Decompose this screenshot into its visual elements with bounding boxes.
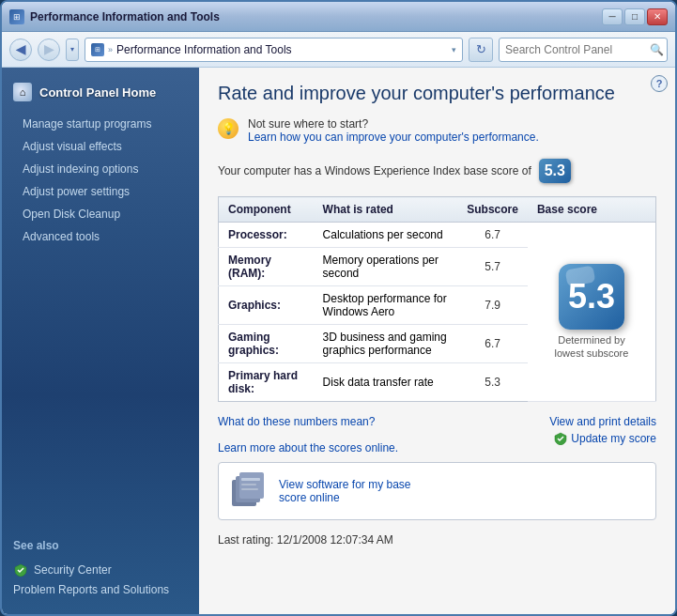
breadcrumb-arrows: » — [108, 45, 113, 54]
shield-icon — [13, 562, 28, 578]
help-button[interactable]: ? — [651, 75, 668, 92]
subscore-processor: 6.7 — [457, 223, 528, 248]
address-bar: ⊞ » Performance Information and Tools ▾ — [85, 38, 463, 62]
address-text: Performance Information and Tools — [116, 43, 448, 56]
history-dropdown[interactable]: ▾ — [66, 38, 79, 61]
tip-link[interactable]: Learn how you can improve your computer'… — [248, 131, 539, 144]
what-processor: Calculations per second — [314, 223, 458, 248]
svg-rect-3 — [241, 478, 260, 481]
comp-graphics: Graphics: — [228, 299, 281, 312]
links-right: View and print details Update my score — [549, 415, 656, 445]
tip-question: Not sure where to start? — [248, 117, 368, 131]
tip-icon: 💡 — [218, 118, 238, 139]
performance-table: Component What is rated Subscore Base sc… — [218, 196, 656, 402]
main-area: ⌂ Control Panel Home Manage startup prog… — [2, 68, 675, 614]
last-rating: Last rating: 12/1/2008 12:07:34 AM — [218, 533, 656, 547]
col-component: Component — [219, 197, 314, 223]
security-center-label: Security Center — [34, 563, 112, 577]
software-line2: score online — [279, 491, 340, 504]
search-icon[interactable]: 🔍 — [650, 43, 664, 56]
home-icon: ⌂ — [13, 83, 32, 101]
software-link[interactable]: View software for my base score online — [279, 478, 411, 504]
table-row: Processor: Calculations per second 6.7 5… — [219, 223, 656, 248]
sidebar-home-label: Control Panel Home — [39, 85, 156, 100]
subscore-graphics: 7.9 — [457, 286, 528, 325]
software-text: View software for my base score online — [279, 478, 411, 504]
col-basescore: Base score — [528, 197, 656, 223]
base-score-visual: 5.3 Determined by lowest subscore — [537, 256, 646, 368]
sidebar-item-advanced-tools[interactable]: Advanced tools — [2, 225, 199, 248]
comp-disk: Primary hard disk: — [228, 369, 298, 395]
subscore-disk: 5.3 — [457, 363, 528, 402]
problem-reports-label: Problem Reports and Solutions — [13, 583, 169, 596]
main-window: ⊞ Performance Information and Tools ─ □ … — [0, 0, 677, 616]
comp-processor: Processor: — [228, 228, 287, 241]
links-row: What do these numbers mean? Learn more a… — [218, 415, 656, 454]
refresh-button[interactable]: ↻ — [469, 38, 493, 62]
update-score-row: Update my score — [554, 432, 656, 445]
link-numbers-meaning[interactable]: What do these numbers mean? — [218, 415, 375, 428]
link-print-details[interactable]: View and print details — [549, 415, 656, 428]
base-score-text: Your computer has a Windows Experience I… — [218, 164, 531, 177]
window-icon: ⊞ — [9, 9, 24, 24]
nav-bar: ◀ ▶ ▾ ⊞ » Performance Information and To… — [2, 32, 675, 68]
base-score-row: Your computer has a Windows Experience I… — [218, 159, 656, 183]
sidebar-item-power-settings[interactable]: Adjust power settings — [2, 180, 199, 203]
minimize-button[interactable]: ─ — [602, 8, 623, 25]
link-scores-online[interactable]: Learn more about the scores online. — [218, 441, 398, 454]
sidebar-home[interactable]: ⌂ Control Panel Home — [2, 75, 199, 113]
search-input[interactable] — [505, 43, 646, 56]
tip-text: Not sure where to start? Learn how you c… — [248, 117, 539, 144]
software-line1: View software for my base — [279, 478, 411, 491]
base-score-visual-cell: 5.3 Determined by lowest subscore — [528, 223, 656, 402]
window-title: Performance Information and Tools — [30, 10, 220, 23]
maximize-button[interactable]: □ — [624, 8, 645, 25]
subscore-gaming: 6.7 — [457, 325, 528, 363]
software-box: View software for my base score online — [218, 462, 656, 520]
svg-rect-4 — [241, 484, 256, 485]
search-box: 🔍 — [499, 38, 668, 62]
sidebar-item-indexing[interactable]: Adjust indexing options — [2, 158, 199, 180]
close-button[interactable]: ✕ — [647, 8, 668, 25]
col-subscore: Subscore — [457, 197, 528, 223]
svg-rect-5 — [241, 488, 258, 490]
determined-text: Determined by lowest subscore — [545, 333, 639, 361]
big-score-badge: 5.3 — [559, 264, 624, 330]
table-header-row: Component What is rated Subscore Base sc… — [219, 197, 656, 223]
what-graphics: Desktop performance for Windows Aero — [314, 286, 458, 325]
title-bar-left: ⊞ Performance Information and Tools — [9, 9, 220, 24]
sidebar-item-security-center[interactable]: Security Center — [13, 560, 188, 580]
see-also-label: See also — [13, 539, 188, 552]
sidebar-see-also: See also Security Center Problem Reports… — [2, 531, 199, 607]
tip-row: 💡 Not sure where to start? Learn how you… — [218, 117, 656, 144]
back-button[interactable]: ◀ — [9, 38, 32, 61]
subscore-memory: 5.7 — [457, 248, 528, 286]
software-icon — [230, 472, 268, 510]
what-disk: Disk data transfer rate — [314, 363, 458, 402]
col-what: What is rated — [314, 197, 458, 223]
links-left: What do these numbers mean? Learn more a… — [218, 415, 398, 454]
sidebar-item-visual-effects[interactable]: Adjust visual effects — [2, 135, 199, 158]
sidebar-item-manage-startup[interactable]: Manage startup programs — [2, 113, 199, 135]
forward-button[interactable]: ▶ — [38, 38, 60, 61]
title-bar: ⊞ Performance Information and Tools ─ □ … — [2, 2, 675, 32]
link-update-score[interactable]: Update my score — [571, 432, 656, 445]
sidebar: ⌂ Control Panel Home Manage startup prog… — [2, 68, 199, 614]
page-title: Rate and improve your computer's perform… — [218, 83, 656, 104]
comp-gaming: Gaming graphics: — [228, 331, 279, 357]
comp-memory: Memory (RAM): — [228, 254, 271, 280]
content-area: ? Rate and improve your computer's perfo… — [199, 68, 675, 614]
update-shield-icon — [554, 432, 567, 445]
address-icon: ⊞ — [91, 43, 104, 56]
sidebar-item-problem-reports[interactable]: Problem Reports and Solutions — [13, 580, 188, 599]
base-score-badge: 5.3 — [539, 159, 571, 183]
sidebar-item-disk-cleanup[interactable]: Open Disk Cleanup — [2, 203, 199, 225]
window-controls: ─ □ ✕ — [602, 8, 668, 25]
address-dropdown-arrow[interactable]: ▾ — [452, 45, 456, 54]
what-memory: Memory operations per second — [314, 248, 458, 286]
what-gaming: 3D business and gaming graphics performa… — [314, 325, 458, 363]
